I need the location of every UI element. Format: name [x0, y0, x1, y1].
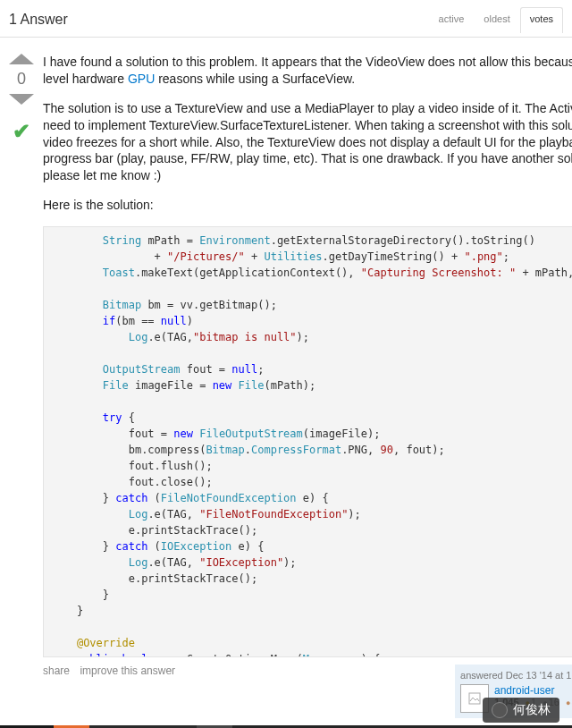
upvote-icon[interactable]	[9, 54, 34, 64]
answer-body: I have found a solution to this problem.…	[34, 54, 572, 718]
answer-count-title: 1 Answer	[9, 12, 68, 28]
tab-votes[interactable]: votes	[520, 7, 563, 33]
answer-paragraph: I have found a solution to this problem.…	[43, 54, 572, 88]
share-link[interactable]: share	[43, 665, 70, 677]
answer-paragraph: Here is the solution:	[43, 197, 572, 214]
tab-oldest[interactable]: oldest	[474, 7, 519, 31]
vote-column: 0 ✔	[9, 54, 34, 718]
accepted-check-icon[interactable]: ✔	[13, 119, 30, 144]
overlay-name: 何俊林	[513, 702, 551, 718]
username-link[interactable]: android-user	[494, 684, 554, 697]
post-actions: share improve this answer	[43, 665, 182, 677]
bronze-badge-icon: ●	[566, 698, 570, 707]
svg-rect-0	[469, 693, 480, 704]
sort-tabs: active oldest votes	[429, 7, 563, 31]
vote-count: 0	[17, 70, 26, 89]
watermark-overlay: 何俊林	[483, 698, 559, 723]
code-content: String mPath = Environment.getExternalSt…	[44, 227, 572, 657]
answers-header: 1 Answer active oldest votes	[0, 0, 572, 38]
tab-active[interactable]: active	[429, 7, 475, 31]
answered-timestamp: answered Dec 13 '14 at 1:00	[460, 670, 572, 681]
code-block[interactable]: String mPath = Environment.getExternalSt…	[43, 226, 572, 657]
downvote-icon[interactable]	[9, 94, 34, 105]
gpu-link[interactable]: GPU	[128, 72, 155, 86]
broken-image-icon	[468, 692, 481, 705]
improve-link[interactable]: improve this answer	[80, 665, 175, 677]
answer-paragraph: The solution is to use a TextureView and…	[43, 100, 572, 184]
overlay-avatar-icon	[492, 702, 508, 718]
